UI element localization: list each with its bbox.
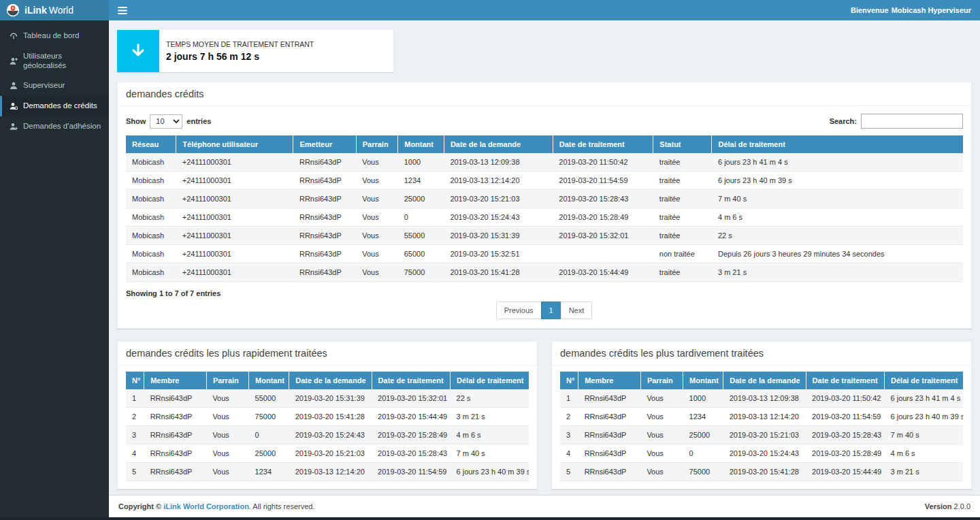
column-header[interactable]: Membre — [144, 372, 207, 389]
table-cell: Vous — [640, 426, 683, 444]
table-cell: 25000 — [249, 444, 289, 463]
table-row: 3RRnsi643dPVous02019-03-20 15:24:432019-… — [126, 426, 529, 444]
table-cell: 1234 — [683, 408, 723, 426]
page-length-control: Show 10 entries — [126, 114, 211, 129]
welcome-prefix: Bienvenue — [851, 6, 889, 14]
table-cell: +24111000301 — [176, 227, 293, 245]
table-cell: RRnsi643dP — [578, 389, 641, 408]
table-cell: RRnsi643dP — [144, 389, 207, 408]
hamburger-icon[interactable] — [118, 7, 127, 14]
column-header[interactable]: Montant — [683, 372, 723, 389]
page-size-select[interactable]: 10 — [150, 114, 182, 129]
column-header[interactable]: Membre — [578, 372, 641, 389]
geo-users-icon — [10, 57, 18, 65]
company-link[interactable]: iLink World Corporation — [163, 502, 249, 510]
column-header[interactable]: N° — [560, 372, 578, 389]
sidebar-item-label: Utilisateurs géolocalisés — [23, 52, 103, 71]
slowest-table-body: 1RRnsi643dPVous10002019-03-13 12:09:3820… — [560, 389, 963, 481]
table-cell: 0 — [249, 426, 289, 444]
table-cell: RRnsi643dP — [578, 408, 641, 426]
table-cell: 2019-03-20 11:54:59 — [806, 408, 884, 426]
membership-requests-icon — [10, 123, 18, 131]
column-header[interactable]: Parrain — [640, 372, 683, 389]
version-value: 2.0.0 — [954, 502, 970, 510]
column-header[interactable]: Téléphone utilisateur — [176, 135, 293, 153]
pagination-page-1[interactable]: 1 — [541, 302, 561, 319]
table-cell: RRnsi643dP — [293, 245, 356, 263]
sidebar-item-demandes-adhesion[interactable]: Demandes d'adhésion — [0, 116, 109, 137]
column-header[interactable]: Date de la demande — [723, 372, 806, 389]
table-cell: Vous — [206, 444, 248, 463]
credits-table-body: Mobicash+24111000301RRnsi643dPVous100020… — [126, 153, 963, 282]
column-header[interactable]: Date de traitement — [553, 135, 653, 153]
table-cell: 2019-03-20 15:32:01 — [553, 227, 653, 245]
copyright-prefix: Copyright © — [118, 502, 161, 510]
table-cell: 2019-03-20 15:31:39 — [444, 227, 553, 245]
table-cell: 55000 — [398, 227, 444, 245]
info-box-avg-processing-time: TEMPS MOYEN DE TRAITEMENT ENTRANT 2 jour… — [117, 30, 393, 72]
table-cell: +24111000301 — [176, 208, 293, 227]
column-header[interactable]: Délai de traitement — [451, 372, 529, 389]
column-header[interactable]: Date de traitement — [806, 372, 884, 389]
table-cell: RRnsi643dP — [144, 426, 207, 444]
table-cell: RRnsi643dP — [144, 408, 207, 426]
table-cell: 2019-03-13 12:14:20 — [723, 408, 806, 426]
table-cell: Vous — [206, 408, 248, 426]
table-cell: 7 m 40 s — [712, 190, 963, 208]
credits-panel: demandes crédits Show 10 entries Search: — [117, 82, 972, 329]
table-cell: RRnsi643dP — [578, 426, 641, 444]
table-cell: 2019-03-20 15:32:51 — [444, 245, 553, 263]
sidebar-item-label: Superviseur — [23, 81, 65, 91]
table-cell: 2019-03-13 12:09:38 — [723, 389, 806, 408]
table-cell: 2019-03-20 15:41:28 — [289, 408, 372, 426]
table-cell: Mobicash — [126, 263, 176, 282]
table-cell: 4 m 6 s — [451, 426, 529, 444]
table-cell: 2019-03-13 12:09:38 — [444, 153, 553, 172]
column-header[interactable]: Statut — [653, 135, 712, 153]
pagination-previous[interactable]: Previous — [496, 302, 542, 319]
column-header[interactable]: Date de la demande — [444, 135, 553, 153]
table-cell: 6 jours 23 h 41 m 4 s — [885, 389, 963, 408]
column-header[interactable]: Emetteur — [293, 135, 356, 153]
sidebar-item-superviseur[interactable]: Superviseur — [0, 76, 109, 96]
column-header[interactable]: Délai de traitement — [885, 372, 963, 389]
globe-pin-logo-icon — [6, 3, 20, 17]
table-cell: Vous — [356, 245, 398, 263]
column-header[interactable]: Date de la demande — [289, 372, 372, 389]
sidebar-item-label: Tableau de bord — [23, 31, 79, 41]
show-label: Show — [126, 117, 146, 125]
brand-logo[interactable]: iLinkWorld — [0, 0, 109, 20]
column-header[interactable]: Date de traitement — [372, 372, 450, 389]
search-input[interactable] — [861, 114, 963, 129]
column-header[interactable]: Délai de traitement — [712, 135, 963, 153]
table-cell: 2019-03-20 15:32:01 — [372, 389, 450, 408]
table-cell: RRnsi643dP — [578, 444, 641, 463]
table-row: 4RRnsi643dPVous02019-03-20 15:24:432019-… — [560, 444, 963, 463]
column-header[interactable]: Montant — [249, 372, 289, 389]
table-cell: 2019-03-13 12:14:20 — [289, 463, 372, 481]
table-cell: non traitée — [653, 245, 712, 263]
supervisor-icon — [10, 82, 18, 90]
table-cell: traitée — [653, 263, 712, 282]
version-label: Version — [925, 502, 952, 510]
sidebar-item-tableau-de-bord[interactable]: Tableau de bord — [0, 26, 109, 46]
column-header[interactable]: Réseau — [126, 135, 176, 153]
pagination-next[interactable]: Next — [561, 302, 593, 319]
table-row: Mobicash+24111000301RRnsi643dPVous02019-… — [126, 208, 963, 227]
table-cell: 2019-03-20 15:28:43 — [372, 444, 450, 463]
fastest-panel-body: N°MembreParrainMontantDate de la demande… — [118, 365, 537, 489]
table-cell: RRnsi643dP — [293, 263, 356, 282]
column-header[interactable]: Parrain — [356, 135, 398, 153]
sidebar-item-utilisateurs-geolocalises[interactable]: Utilisateurs géolocalisés — [0, 46, 109, 76]
sidebar-item-label: Demandes d'adhésion — [23, 122, 101, 131]
table-cell: 3 m 21 s — [885, 463, 963, 481]
table-cell: 75000 — [398, 263, 444, 282]
column-header[interactable]: Montant — [398, 135, 444, 153]
table-cell: 2019-03-20 15:24:43 — [723, 444, 806, 463]
column-header[interactable]: Parrain — [206, 372, 248, 389]
sidebar-item-demandes-de-credits[interactable]: Demandes de crédits — [0, 96, 109, 116]
table-cell: Vous — [206, 463, 248, 481]
table-row: Mobicash+24111000301RRnsi643dPVous123420… — [126, 172, 963, 190]
table-cell: Vous — [640, 389, 683, 408]
column-header[interactable]: N° — [126, 372, 144, 389]
